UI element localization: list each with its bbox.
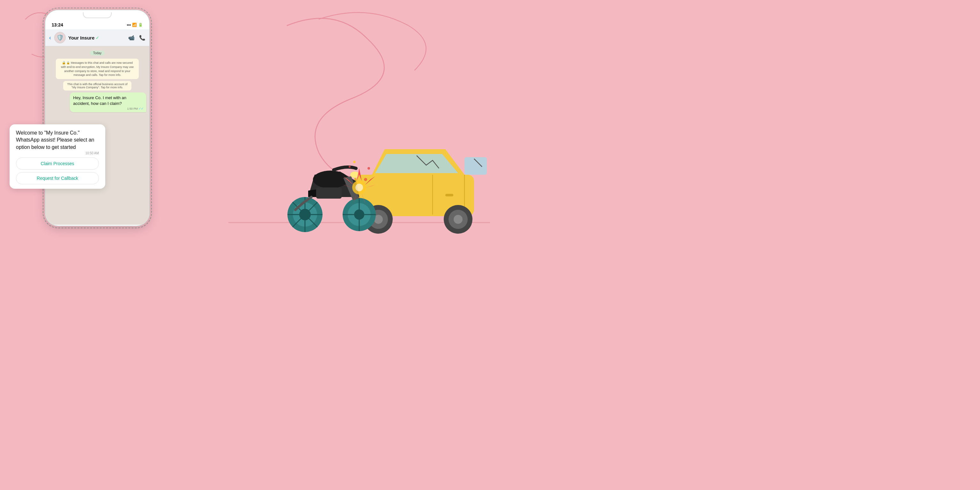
status-icons: ▪▪▪ 📶 🔋: [127, 23, 143, 27]
svg-rect-5: [445, 194, 453, 197]
contact-name: Your Insure: [68, 35, 94, 41]
lock-icon: 🔒: [62, 61, 66, 64]
battery-icon: 🔋: [138, 23, 143, 27]
svg-point-42: [349, 166, 351, 168]
status-time: 13:24: [52, 22, 63, 27]
request-callback-button[interactable]: Request for Callback: [16, 172, 99, 184]
phone-mockup: 13:24 ▪▪▪ 📶 🔋 ‹ 🛡️ Your Insure ✓ 📹 📞 Tod…: [45, 10, 150, 226]
svg-point-24: [313, 171, 348, 189]
claim-processes-button[interactable]: Claim Processes: [16, 157, 99, 170]
date-badge: Today: [90, 51, 105, 56]
wifi-icon: 📶: [132, 23, 137, 27]
svg-point-11: [453, 215, 463, 224]
video-call-icon[interactable]: 📹: [128, 35, 135, 41]
signal-icon: ▪▪▪: [127, 23, 131, 27]
phone-frame: 13:24 ▪▪▪ 📶 🔋 ‹ 🛡️ Your Insure ✓ 📹 📞 Tod…: [45, 10, 150, 226]
verified-badge: ✓: [96, 35, 99, 40]
header-actions[interactable]: 📹 📞: [128, 35, 145, 41]
contact-avatar: 🛡️: [54, 32, 66, 43]
svg-point-43: [353, 161, 356, 163]
encryption-notice: 🔒 🔒 Messages to this chat and calls are …: [56, 59, 139, 79]
back-button[interactable]: ‹: [49, 35, 51, 41]
svg-point-41: [364, 178, 367, 181]
status-bar: 13:24 ▪▪▪ 📶 🔋: [45, 19, 149, 29]
svg-rect-25: [316, 187, 342, 198]
accident-illustration: [203, 41, 490, 245]
contact-info: Your Insure ✓: [68, 35, 126, 41]
phone-call-icon[interactable]: 📞: [139, 35, 145, 41]
svg-point-40: [372, 174, 374, 176]
floating-chat-bubble: Welcome to "My Insure Co." WhatsApp assi…: [10, 124, 105, 189]
svg-point-39: [368, 167, 370, 170]
business-notice: This chat is with the official business …: [63, 81, 131, 90]
float-bubble-time: 10:50 AM: [16, 151, 99, 155]
outgoing-message: Hey, Insure Co. I met with an accident, …: [70, 92, 146, 112]
whatsapp-header: ‹ 🛡️ Your Insure ✓ 📹 📞: [45, 29, 149, 46]
read-receipt: ✓✓: [138, 106, 143, 111]
svg-point-38: [355, 184, 363, 191]
message-time-out: 1:50 PM ✓✓: [127, 106, 143, 111]
float-bubble-text: Welcome to "My Insure Co." WhatsApp assi…: [16, 129, 99, 151]
